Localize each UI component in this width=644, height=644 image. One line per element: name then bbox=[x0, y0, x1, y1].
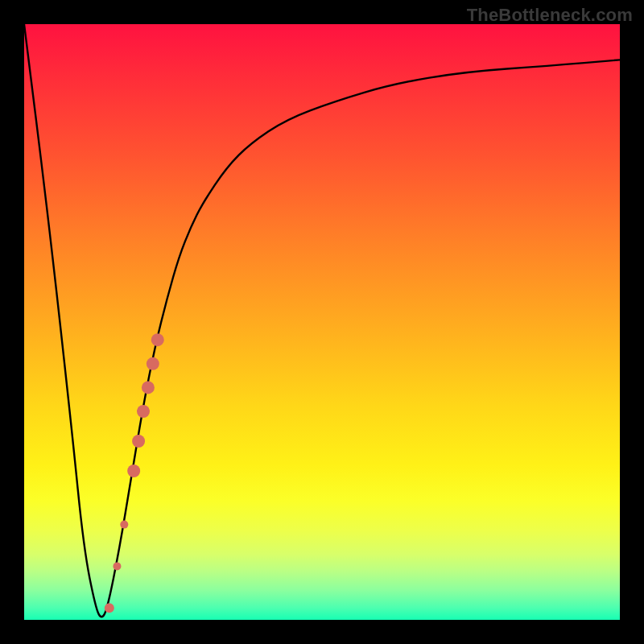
data-marker bbox=[120, 521, 128, 529]
bottleneck-curve bbox=[24, 24, 620, 617]
data-marker bbox=[142, 381, 155, 394]
data-marker bbox=[127, 464, 140, 477]
data-marker bbox=[105, 603, 114, 613]
chart-svg bbox=[24, 24, 620, 620]
curve-line bbox=[24, 24, 620, 617]
chart-frame: TheBottleneck.com bbox=[0, 0, 644, 644]
data-marker bbox=[137, 405, 150, 418]
data-marker bbox=[147, 357, 159, 370]
data-marker bbox=[151, 333, 164, 346]
data-marker bbox=[132, 435, 145, 448]
data-marker bbox=[113, 562, 121, 570]
curve-markers bbox=[105, 333, 164, 613]
plot-area bbox=[24, 24, 620, 620]
watermark-text: TheBottleneck.com bbox=[467, 5, 633, 26]
